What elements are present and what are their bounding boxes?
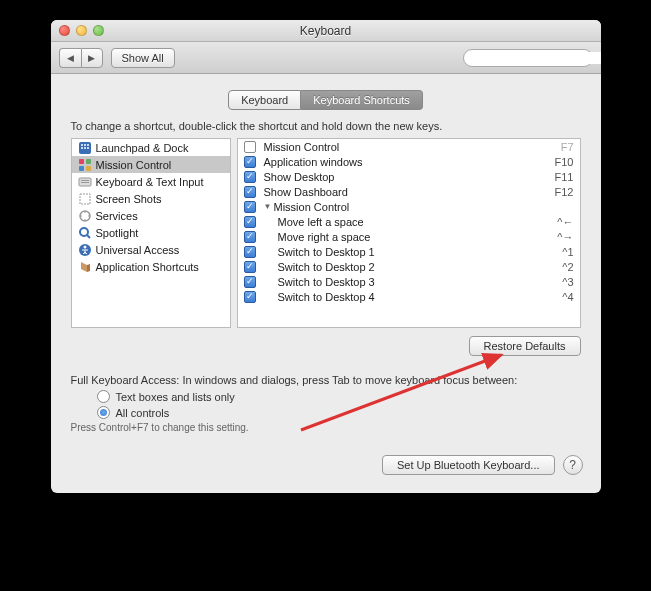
- checkbox[interactable]: [244, 201, 256, 213]
- back-button[interactable]: ◀: [59, 48, 81, 68]
- shortcut-row[interactable]: ▼Mission Control: [238, 199, 580, 214]
- sidebar-item-label: Launchpad & Dock: [96, 142, 189, 154]
- shortcut-list[interactable]: Mission ControlF7Application windowsF10S…: [237, 138, 581, 328]
- keyboard-icon: [78, 175, 92, 189]
- show-all-button[interactable]: Show All: [111, 48, 175, 68]
- screenshot-icon: [78, 192, 92, 206]
- access-icon: [78, 243, 92, 257]
- back-icon: ◀: [67, 53, 74, 63]
- tab-bar: Keyboard Keyboard Shortcuts: [71, 90, 581, 110]
- shortcut-label: Application windows: [264, 156, 555, 168]
- checkbox[interactable]: [244, 186, 256, 198]
- shortcut-label: Move left a space: [278, 216, 558, 228]
- bluetooth-button[interactable]: Set Up Bluetooth Keyboard...: [382, 455, 554, 475]
- forward-button[interactable]: ▶: [81, 48, 103, 68]
- category-list[interactable]: Launchpad & DockMission ControlKeyboard …: [71, 138, 231, 328]
- shortcut-row[interactable]: Show DesktopF11: [238, 169, 580, 184]
- fka-label: Full Keyboard Access: In windows and dia…: [71, 374, 581, 386]
- svg-rect-9: [79, 159, 84, 164]
- shortcut-label: Mission Control: [274, 201, 574, 213]
- sidebar-item[interactable]: Launchpad & Dock: [72, 139, 230, 156]
- shortcut-label: Move right a space: [278, 231, 558, 243]
- shortcut-row[interactable]: Move right a space^→: [238, 229, 580, 244]
- sidebar-item[interactable]: Universal Access: [72, 241, 230, 258]
- sidebar-item-label: Keyboard & Text Input: [96, 176, 204, 188]
- shortcut-label: Switch to Desktop 2: [278, 261, 563, 273]
- search-input[interactable]: [474, 52, 601, 64]
- checkbox[interactable]: [244, 291, 256, 303]
- shortcut-key[interactable]: ^←: [557, 216, 573, 228]
- shortcut-key[interactable]: ^→: [557, 231, 573, 243]
- sidebar-item[interactable]: Keyboard & Text Input: [72, 173, 230, 190]
- svg-rect-14: [81, 180, 89, 181]
- disclosure-triangle-icon[interactable]: ▼: [264, 202, 272, 211]
- shortcut-label: Show Desktop: [264, 171, 555, 183]
- svg-point-5: [87, 144, 89, 146]
- sidebar-item[interactable]: Spotlight: [72, 224, 230, 241]
- shortcut-key[interactable]: ^1: [562, 246, 573, 258]
- checkbox[interactable]: [244, 171, 256, 183]
- shortcut-key[interactable]: F11: [555, 171, 574, 183]
- shortcut-row[interactable]: Switch to Desktop 4^4: [238, 289, 580, 304]
- svg-rect-16: [80, 194, 90, 204]
- nav-group: ◀ ▶: [59, 48, 103, 68]
- fka-radio-allcontrols[interactable]: All controls: [97, 406, 581, 419]
- instruction-text: To change a shortcut, double-click the s…: [71, 120, 581, 132]
- checkbox[interactable]: [244, 246, 256, 258]
- checkbox[interactable]: [244, 141, 256, 153]
- mission-icon: [78, 158, 92, 172]
- svg-point-6: [81, 147, 83, 149]
- fka-radio-textboxes[interactable]: Text boxes and lists only: [97, 390, 581, 403]
- shortcut-key[interactable]: ^2: [562, 261, 573, 273]
- fka-hint: Press Control+F7 to change this setting.: [71, 422, 581, 433]
- svg-rect-11: [79, 166, 84, 171]
- radio-icon: [97, 406, 110, 419]
- apps-icon: [78, 260, 92, 274]
- svg-rect-12: [86, 166, 91, 171]
- checkbox[interactable]: [244, 276, 256, 288]
- launchpad-icon: [78, 141, 92, 155]
- shortcut-row[interactable]: Switch to Desktop 3^3: [238, 274, 580, 289]
- sidebar-item[interactable]: Screen Shots: [72, 190, 230, 207]
- shortcut-key[interactable]: ^3: [562, 276, 573, 288]
- svg-point-4: [84, 144, 86, 146]
- svg-line-19: [87, 235, 90, 238]
- shortcut-row[interactable]: Switch to Desktop 2^2: [238, 259, 580, 274]
- shortcut-label: Switch to Desktop 1: [278, 246, 563, 258]
- fka-opt1-label: Text boxes and lists only: [116, 391, 235, 403]
- search-field[interactable]: [463, 49, 593, 67]
- shortcut-key[interactable]: ^4: [562, 291, 573, 303]
- svg-point-21: [83, 245, 86, 248]
- sidebar-item-label: Application Shortcuts: [96, 261, 199, 273]
- shortcut-key[interactable]: F7: [561, 141, 574, 153]
- shortcut-row[interactable]: Move left a space^←: [238, 214, 580, 229]
- sidebar-item-label: Services: [96, 210, 138, 222]
- titlebar[interactable]: Keyboard: [51, 20, 601, 42]
- shortcut-key[interactable]: F12: [555, 186, 574, 198]
- sidebar-item-label: Spotlight: [96, 227, 139, 239]
- shortcut-row[interactable]: Switch to Desktop 1^1: [238, 244, 580, 259]
- sidebar-item-label: Screen Shots: [96, 193, 162, 205]
- svg-point-8: [87, 147, 89, 149]
- services-icon: [78, 209, 92, 223]
- shortcut-row[interactable]: Show DashboardF12: [238, 184, 580, 199]
- checkbox[interactable]: [244, 261, 256, 273]
- restore-defaults-button[interactable]: Restore Defaults: [469, 336, 581, 356]
- shortcut-label: Switch to Desktop 3: [278, 276, 563, 288]
- shortcut-row[interactable]: Application windowsF10: [238, 154, 580, 169]
- shortcut-label: Show Dashboard: [264, 186, 555, 198]
- sidebar-item[interactable]: Application Shortcuts: [72, 258, 230, 275]
- help-button[interactable]: ?: [563, 455, 583, 475]
- checkbox[interactable]: [244, 216, 256, 228]
- checkbox[interactable]: [244, 231, 256, 243]
- tab-keyboard[interactable]: Keyboard: [228, 90, 301, 110]
- shortcut-row[interactable]: Mission ControlF7: [238, 139, 580, 154]
- checkbox[interactable]: [244, 156, 256, 168]
- fka-opt2-label: All controls: [116, 407, 170, 419]
- window-title: Keyboard: [51, 24, 601, 38]
- shortcut-key[interactable]: F10: [555, 156, 574, 168]
- tab-shortcuts[interactable]: Keyboard Shortcuts: [301, 90, 423, 110]
- sidebar-item[interactable]: Mission Control: [72, 156, 230, 173]
- svg-point-18: [80, 228, 88, 236]
- sidebar-item[interactable]: Services: [72, 207, 230, 224]
